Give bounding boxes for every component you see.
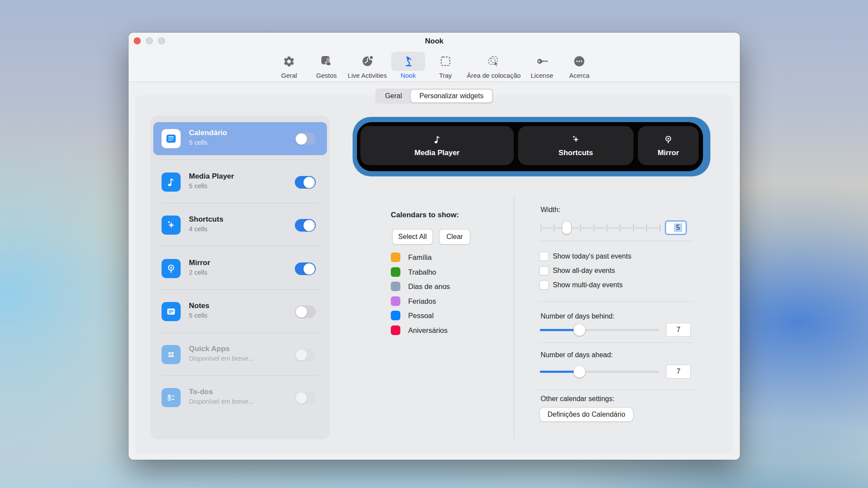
calendar-item-pessoal[interactable]: Pessoal	[391, 310, 434, 321]
widget-row-calendario[interactable]: Calendário 5 cells	[153, 122, 327, 155]
preview-tile-mirror[interactable]: Mirror	[638, 126, 699, 165]
tab-nook[interactable]: Nook	[391, 52, 425, 79]
tab-area-de-colocacao[interactable]: Área de colocação	[466, 52, 521, 79]
segment-geral[interactable]: Geral	[376, 90, 411, 103]
tab-label: License	[530, 72, 554, 79]
gear-icon	[272, 52, 306, 71]
calendar-item-dias-de-anos[interactable]: Dias de anos	[391, 281, 450, 292]
tab-live-activities[interactable]: Live Activities	[347, 52, 388, 79]
calendar-item-feriados[interactable]: Feriados	[391, 296, 436, 306]
tab-label: Nook	[399, 72, 416, 79]
calendar-name: Dias de anos	[408, 282, 450, 291]
preview-tile-media-player[interactable]: Media Player	[360, 126, 514, 165]
widget-name: Shortcuts	[189, 215, 223, 224]
widget-name: To-dos	[189, 388, 213, 396]
days-behind-label: Number of days behind:	[541, 312, 614, 320]
grid-dots-icon	[162, 345, 181, 364]
width-value: 5	[674, 223, 682, 232]
width-value-field[interactable]: 5	[665, 220, 687, 235]
calendar-color-swatch	[391, 325, 400, 335]
calendar-item-trabalho[interactable]: Trabalho	[391, 267, 436, 277]
widget-toggle[interactable]	[295, 176, 316, 189]
calendar-color-swatch	[391, 296, 400, 306]
select-all-button[interactable]: Select All	[393, 229, 432, 244]
calendar-name: Pessoal	[408, 312, 434, 320]
show-multi-day-events-checkbox[interactable]	[540, 281, 548, 289]
widget-row-shortcuts[interactable]: Shortcuts 4 cells	[153, 209, 327, 242]
webcam-icon	[663, 134, 673, 146]
section-divider	[538, 241, 693, 241]
widget-subtitle: 2 cells	[189, 269, 208, 276]
show-all-day-events-checkbox[interactable]	[540, 266, 548, 275]
width-slider-knob[interactable]	[562, 221, 571, 234]
toolbar-tabs: Geral Gestos Live Activities	[129, 52, 740, 79]
preview-tile-shortcuts[interactable]: Shortcuts	[518, 126, 634, 165]
days-ahead-value-field[interactable]: 7	[667, 365, 690, 378]
preview-tile-label: Media Player	[415, 149, 460, 157]
widget-toggle	[295, 392, 316, 404]
days-behind-value-field[interactable]: 7	[667, 323, 690, 336]
tab-label: Live Activities	[347, 72, 388, 79]
widget-subtitle: 5 cells	[189, 312, 208, 319]
section-divider	[538, 390, 693, 390]
widget-toggle[interactable]	[295, 262, 316, 275]
other-settings-label: Other calendar settings:	[541, 395, 614, 403]
tab-label: Acerca	[568, 72, 591, 79]
days-behind-slider-knob[interactable]	[574, 324, 585, 336]
widget-row-mirror[interactable]: Mirror 2 cells	[153, 252, 327, 285]
widget-subtitle: Disponível em breve...	[189, 355, 254, 362]
segment-personalizar-widgets[interactable]: Personalizar widgets	[411, 90, 492, 103]
tab-gestos[interactable]: Gestos	[310, 52, 343, 79]
width-label: Width:	[541, 206, 560, 214]
tab-geral[interactable]: Geral	[272, 52, 306, 79]
toggle-knob	[296, 349, 307, 361]
calendar-name: Trabalho	[408, 268, 436, 276]
days-ahead-slider-knob[interactable]	[574, 366, 585, 378]
calendar-item-familia[interactable]: Família	[391, 252, 432, 262]
key-icon	[525, 52, 559, 71]
calendar-name: Aniversários	[408, 326, 448, 335]
nook-settings-window: Nook Geral Gestos	[129, 33, 740, 460]
widget-toggle[interactable]	[295, 305, 316, 318]
widget-toggle[interactable]	[295, 133, 316, 145]
widget-toggle[interactable]	[295, 219, 316, 232]
window-title: Nook	[129, 37, 740, 46]
calendar-icon	[162, 129, 181, 148]
toggle-knob	[304, 177, 315, 188]
checklist-icon	[162, 388, 181, 407]
clock-badge-icon	[350, 52, 384, 71]
notch-bar: Media Player Shortcuts Mirror	[357, 122, 703, 171]
column-divider	[514, 195, 514, 439]
show-past-events-checkbox[interactable]	[540, 252, 548, 261]
window-toolbar: Nook Geral Gestos	[129, 33, 740, 82]
tab-acerca[interactable]: Acerca	[562, 52, 596, 79]
content-area: Calendário 5 cells Media Player 5 cells	[129, 82, 740, 460]
tab-tray[interactable]: Tray	[429, 52, 462, 79]
preview-tile-label: Shortcuts	[558, 149, 593, 157]
lamp-icon	[391, 52, 425, 71]
calendar-color-swatch	[391, 311, 400, 320]
widget-name: Quick Apps	[189, 345, 230, 353]
widget-row-notes[interactable]: Notes 5 cells	[153, 295, 327, 328]
clear-button[interactable]: Clear	[439, 229, 470, 244]
row-divider	[161, 332, 319, 333]
webcam-icon	[162, 259, 181, 278]
widget-row-media-player[interactable]: Media Player 5 cells	[153, 166, 327, 199]
row-divider	[161, 203, 319, 203]
calendar-item-aniversarios[interactable]: Aniversários	[391, 325, 448, 335]
calendar-settings-button[interactable]: Definições do Calendário	[540, 408, 633, 422]
widget-name: Notes	[189, 302, 209, 310]
row-divider	[161, 159, 319, 160]
toggle-knob	[296, 392, 307, 404]
widget-subtitle: Disponível em breve...	[189, 398, 254, 405]
widget-name: Calendário	[189, 129, 227, 137]
calendar-color-swatch	[391, 252, 400, 262]
widget-row-quick-apps: Quick Apps Disponível em breve...	[153, 338, 327, 371]
toggle-knob	[296, 306, 307, 318]
widget-subtitle: 5 cells	[189, 139, 208, 146]
row-divider	[161, 289, 319, 290]
widget-list: Calendário 5 cells Media Player 5 cells	[151, 116, 330, 439]
width-slider-track[interactable]	[541, 227, 659, 229]
desktop-wallpaper: Nook Geral Gestos	[0, 0, 868, 488]
tab-license[interactable]: License	[525, 52, 559, 79]
